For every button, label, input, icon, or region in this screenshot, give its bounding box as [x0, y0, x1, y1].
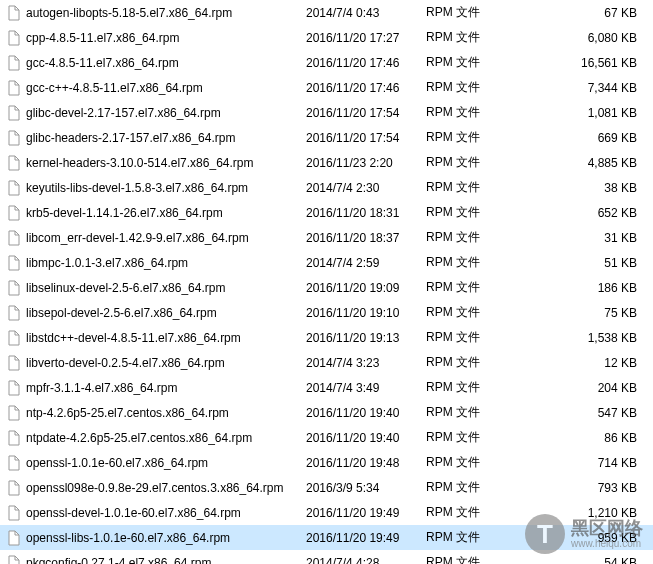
file-name-cell[interactable]: openssl-1.0.1e-60.el7.x86_64.rpm: [6, 455, 306, 471]
file-date: 2016/11/20 17:46: [306, 56, 426, 70]
file-size: 1,081 KB: [496, 106, 647, 120]
file-name: openssl098e-0.9.8e-29.el7.centos.3.x86_6…: [26, 481, 284, 495]
file-type: RPM 文件: [426, 329, 496, 346]
file-name-cell[interactable]: keyutils-libs-devel-1.5.8-3.el7.x86_64.r…: [6, 180, 306, 196]
file-date: 2014/7/4 2:59: [306, 256, 426, 270]
file-type: RPM 文件: [426, 529, 496, 546]
file-date: 2014/7/4 3:49: [306, 381, 426, 395]
file-size: 793 KB: [496, 481, 647, 495]
file-row[interactable]: autogen-libopts-5.18-5.el7.x86_64.rpm201…: [0, 0, 653, 25]
file-row[interactable]: ntpdate-4.2.6p5-25.el7.centos.x86_64.rpm…: [0, 425, 653, 450]
file-size: 7,344 KB: [496, 81, 647, 95]
file-name-cell[interactable]: krb5-devel-1.14.1-26.el7.x86_64.rpm: [6, 205, 306, 221]
file-date: 2016/3/9 5:34: [306, 481, 426, 495]
file-row[interactable]: glibc-devel-2.17-157.el7.x86_64.rpm2016/…: [0, 100, 653, 125]
file-name-cell[interactable]: glibc-headers-2.17-157.el7.x86_64.rpm: [6, 130, 306, 146]
file-date: 2016/11/20 19:40: [306, 431, 426, 445]
file-name-cell[interactable]: ntpdate-4.2.6p5-25.el7.centos.x86_64.rpm: [6, 430, 306, 446]
file-date: 2016/11/20 19:40: [306, 406, 426, 420]
file-name-cell[interactable]: openssl098e-0.9.8e-29.el7.centos.3.x86_6…: [6, 480, 306, 496]
file-row[interactable]: keyutils-libs-devel-1.5.8-3.el7.x86_64.r…: [0, 175, 653, 200]
file-size: 16,561 KB: [496, 56, 647, 70]
file-list[interactable]: autogen-libopts-5.18-5.el7.x86_64.rpm201…: [0, 0, 653, 564]
file-row[interactable]: cpp-4.8.5-11.el7.x86_64.rpm2016/11/20 17…: [0, 25, 653, 50]
file-icon: [6, 330, 22, 346]
file-row[interactable]: openssl098e-0.9.8e-29.el7.centos.3.x86_6…: [0, 475, 653, 500]
file-row[interactable]: libmpc-1.0.1-3.el7.x86_64.rpm2014/7/4 2:…: [0, 250, 653, 275]
file-size: 652 KB: [496, 206, 647, 220]
file-name-cell[interactable]: libcom_err-devel-1.42.9-9.el7.x86_64.rpm: [6, 230, 306, 246]
file-date: 2016/11/20 17:54: [306, 131, 426, 145]
file-date: 2016/11/20 17:54: [306, 106, 426, 120]
file-name-cell[interactable]: openssl-devel-1.0.1e-60.el7.x86_64.rpm: [6, 505, 306, 521]
file-size: 1,538 KB: [496, 331, 647, 345]
file-name-cell[interactable]: libsepol-devel-2.5-6.el7.x86_64.rpm: [6, 305, 306, 321]
file-name: libsepol-devel-2.5-6.el7.x86_64.rpm: [26, 306, 217, 320]
file-date: 2016/11/20 19:48: [306, 456, 426, 470]
file-icon: [6, 205, 22, 221]
file-icon: [6, 155, 22, 171]
file-name: openssl-libs-1.0.1e-60.el7.x86_64.rpm: [26, 531, 230, 545]
file-row[interactable]: libverto-devel-0.2.5-4.el7.x86_64.rpm201…: [0, 350, 653, 375]
file-name-cell[interactable]: libselinux-devel-2.5-6.el7.x86_64.rpm: [6, 280, 306, 296]
file-name-cell[interactable]: gcc-c++-4.8.5-11.el7.x86_64.rpm: [6, 80, 306, 96]
file-type: RPM 文件: [426, 129, 496, 146]
file-row[interactable]: libsepol-devel-2.5-6.el7.x86_64.rpm2016/…: [0, 300, 653, 325]
file-name: keyutils-libs-devel-1.5.8-3.el7.x86_64.r…: [26, 181, 248, 195]
file-size: 31 KB: [496, 231, 647, 245]
file-name-cell[interactable]: libmpc-1.0.1-3.el7.x86_64.rpm: [6, 255, 306, 271]
file-row[interactable]: libcom_err-devel-1.42.9-9.el7.x86_64.rpm…: [0, 225, 653, 250]
file-name-cell[interactable]: libstdc++-devel-4.8.5-11.el7.x86_64.rpm: [6, 330, 306, 346]
file-name: libstdc++-devel-4.8.5-11.el7.x86_64.rpm: [26, 331, 241, 345]
file-name-cell[interactable]: glibc-devel-2.17-157.el7.x86_64.rpm: [6, 105, 306, 121]
file-row[interactable]: gcc-c++-4.8.5-11.el7.x86_64.rpm2016/11/2…: [0, 75, 653, 100]
file-type: RPM 文件: [426, 479, 496, 496]
file-row[interactable]: ntp-4.2.6p5-25.el7.centos.x86_64.rpm2016…: [0, 400, 653, 425]
file-type: RPM 文件: [426, 79, 496, 96]
file-icon: [6, 255, 22, 271]
file-icon: [6, 55, 22, 71]
file-type: RPM 文件: [426, 29, 496, 46]
file-size: 6,080 KB: [496, 31, 647, 45]
file-name-cell[interactable]: libverto-devel-0.2.5-4.el7.x86_64.rpm: [6, 355, 306, 371]
file-name-cell[interactable]: openssl-libs-1.0.1e-60.el7.x86_64.rpm: [6, 530, 306, 546]
file-row[interactable]: glibc-headers-2.17-157.el7.x86_64.rpm201…: [0, 125, 653, 150]
file-type: RPM 文件: [426, 279, 496, 296]
file-size: 67 KB: [496, 6, 647, 20]
file-size: 12 KB: [496, 356, 647, 370]
file-row[interactable]: openssl-devel-1.0.1e-60.el7.x86_64.rpm20…: [0, 500, 653, 525]
file-name: mpfr-3.1.1-4.el7.x86_64.rpm: [26, 381, 177, 395]
file-name-cell[interactable]: mpfr-3.1.1-4.el7.x86_64.rpm: [6, 380, 306, 396]
file-name-cell[interactable]: autogen-libopts-5.18-5.el7.x86_64.rpm: [6, 5, 306, 21]
file-row[interactable]: gcc-4.8.5-11.el7.x86_64.rpm2016/11/20 17…: [0, 50, 653, 75]
file-row[interactable]: libselinux-devel-2.5-6.el7.x86_64.rpm201…: [0, 275, 653, 300]
file-row[interactable]: openssl-libs-1.0.1e-60.el7.x86_64.rpm201…: [0, 525, 653, 550]
file-name-cell[interactable]: pkgconfig-0.27.1-4.el7.x86_64.rpm: [6, 555, 306, 565]
file-row[interactable]: pkgconfig-0.27.1-4.el7.x86_64.rpm2014/7/…: [0, 550, 653, 564]
file-date: 2014/7/4 4:28: [306, 556, 426, 565]
file-row[interactable]: openssl-1.0.1e-60.el7.x86_64.rpm2016/11/…: [0, 450, 653, 475]
file-type: RPM 文件: [426, 429, 496, 446]
file-row[interactable]: libstdc++-devel-4.8.5-11.el7.x86_64.rpm2…: [0, 325, 653, 350]
file-date: 2016/11/20 19:09: [306, 281, 426, 295]
file-icon: [6, 30, 22, 46]
file-size: 51 KB: [496, 256, 647, 270]
file-name: libselinux-devel-2.5-6.el7.x86_64.rpm: [26, 281, 225, 295]
file-size: 204 KB: [496, 381, 647, 395]
file-name-cell[interactable]: cpp-4.8.5-11.el7.x86_64.rpm: [6, 30, 306, 46]
file-row[interactable]: mpfr-3.1.1-4.el7.x86_64.rpm2014/7/4 3:49…: [0, 375, 653, 400]
file-name: openssl-1.0.1e-60.el7.x86_64.rpm: [26, 456, 208, 470]
file-name: krb5-devel-1.14.1-26.el7.x86_64.rpm: [26, 206, 223, 220]
file-name-cell[interactable]: gcc-4.8.5-11.el7.x86_64.rpm: [6, 55, 306, 71]
file-icon: [6, 105, 22, 121]
file-name-cell[interactable]: kernel-headers-3.10.0-514.el7.x86_64.rpm: [6, 155, 306, 171]
file-row[interactable]: krb5-devel-1.14.1-26.el7.x86_64.rpm2016/…: [0, 200, 653, 225]
file-name-cell[interactable]: ntp-4.2.6p5-25.el7.centos.x86_64.rpm: [6, 405, 306, 421]
file-date: 2014/7/4 0:43: [306, 6, 426, 20]
file-size: 86 KB: [496, 431, 647, 445]
file-type: RPM 文件: [426, 254, 496, 271]
file-type: RPM 文件: [426, 354, 496, 371]
file-date: 2014/7/4 2:30: [306, 181, 426, 195]
file-row[interactable]: kernel-headers-3.10.0-514.el7.x86_64.rpm…: [0, 150, 653, 175]
file-icon: [6, 355, 22, 371]
